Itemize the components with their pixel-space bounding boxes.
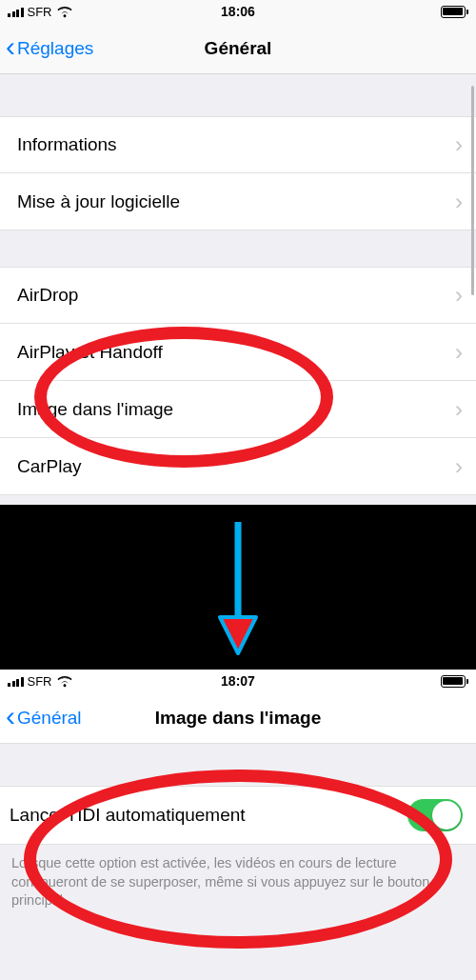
divider-gap — [0, 505, 476, 670]
back-button[interactable]: ‹ Général — [0, 705, 82, 730]
chevron-right-icon: › — [455, 282, 463, 309]
chevron-left-icon: ‹ — [6, 702, 15, 730]
toggle-switch[interactable] — [407, 799, 463, 831]
clock: 18:06 — [161, 4, 314, 19]
clock: 18:07 — [161, 673, 314, 689]
back-button[interactable]: ‹ Réglages — [0, 35, 93, 61]
settings-general-screen: SFR 18:06 ‹ Réglages Général Information… — [0, 0, 476, 505]
battery-icon — [441, 675, 468, 688]
nav-bar: ‹ Général Image dans l'image — [0, 692, 476, 744]
svg-marker-1 — [220, 617, 256, 653]
wifi-icon — [56, 6, 73, 18]
settings-row-informations[interactable]: Informations › — [0, 116, 476, 173]
settings-row-pip[interactable]: Image dans l'image › — [0, 381, 476, 438]
chevron-right-icon: › — [455, 453, 463, 480]
row-label: Mise à jour logicielle — [17, 191, 455, 212]
settings-row-carplay[interactable]: CarPlay › — [0, 438, 476, 495]
cellular-signal-icon — [8, 675, 24, 687]
section-footer-text: Lorsque cette option est activée, les vi… — [0, 845, 476, 910]
chevron-right-icon: › — [455, 131, 463, 158]
battery-icon — [441, 6, 468, 18]
status-bar: SFR 18:06 — [0, 0, 476, 23]
settings-row-airdrop[interactable]: AirDrop › — [0, 267, 476, 324]
carrier-label: SFR — [28, 5, 52, 19]
carrier-label: SFR — [28, 674, 52, 689]
row-label: AirDrop — [17, 285, 455, 306]
settings-row-airplay-handoff[interactable]: AirPlay et Handoff › — [0, 324, 476, 381]
row-label: CarPlay — [17, 456, 455, 477]
wifi-icon — [56, 675, 73, 688]
nav-bar: ‹ Réglages Général — [0, 23, 476, 74]
settings-row-software-update[interactable]: Mise à jour logicielle › — [0, 173, 476, 230]
settings-row-auto-pip[interactable]: Lancer l'IDI automatiquement — [0, 786, 476, 845]
chevron-left-icon: ‹ — [6, 32, 15, 61]
chevron-right-icon: › — [455, 189, 463, 215]
chevron-right-icon: › — [455, 339, 463, 366]
row-label: Informations — [17, 134, 455, 155]
scroll-indicator[interactable] — [471, 86, 474, 295]
row-label: Image dans l'image — [17, 399, 455, 420]
row-label: Lancer l'IDI automatiquement — [10, 805, 407, 826]
back-label: Réglages — [17, 38, 93, 59]
status-bar: SFR 18:07 — [0, 670, 476, 692]
row-label: AirPlay et Handoff — [17, 342, 455, 363]
cellular-signal-icon — [8, 6, 24, 17]
chevron-right-icon: › — [455, 396, 463, 423]
back-label: Général — [17, 708, 82, 729]
annotation-arrow-icon — [214, 522, 262, 659]
pip-settings-screen: SFR 18:07 ‹ Général Image dans l'image L… — [0, 670, 476, 980]
